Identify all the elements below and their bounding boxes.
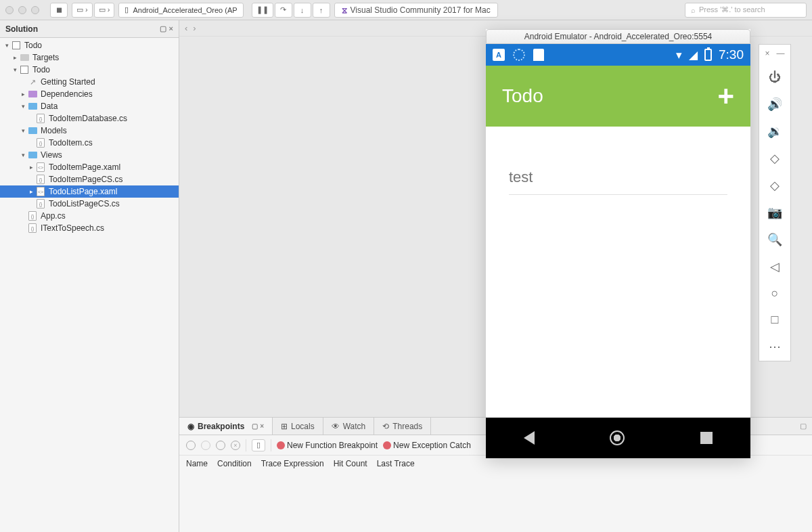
dependencies-icon [28, 91, 37, 97]
tree-label: App.cs [41, 211, 66, 221]
zoom-window-icon[interactable] [31, 6, 39, 14]
volume-up-icon[interactable]: 🔊 [767, 97, 782, 112]
tab-label: Threads [392, 422, 422, 431]
col-trace-expr[interactable]: Trace Expression [261, 459, 324, 468]
bp-disable-icon[interactable] [201, 441, 210, 450]
config-button[interactable]: ▭ › [72, 3, 93, 18]
home-button[interactable] [610, 430, 625, 445]
panel-close-icon[interactable]: × [169, 24, 173, 33]
tree-toggle-icon[interactable]: ▾ [19, 152, 27, 158]
tree-item[interactable]: ▸<>TodoItemPage.xaml [0, 161, 179, 173]
sdcard-icon [533, 49, 544, 61]
col-hit-count[interactable]: Hit Count [334, 459, 367, 468]
tree-root[interactable]: ▾ Todo [0, 39, 179, 51]
wifi-icon: ▾ [676, 48, 682, 62]
emulator-titlebar[interactable]: Android Emulator - Android_Accelerated_O… [486, 29, 750, 44]
add-button[interactable]: + [717, 80, 734, 112]
tree-toggle-icon[interactable]: ▸ [27, 164, 35, 171]
tree-toggle-icon[interactable]: ▸ [19, 91, 27, 97]
tab-threads[interactable]: ⟲ Threads [374, 418, 431, 435]
tree-toggle-icon[interactable]: ▸ [27, 188, 35, 195]
tree-toggle-icon[interactable]: ▸ [11, 54, 19, 61]
panel-expand-icon[interactable]: ▢ [794, 418, 812, 435]
rotate-left-icon[interactable]: ◇ [770, 151, 780, 166]
tree-label: TodoItemPage.xaml [49, 162, 120, 172]
search-icon: ⌕ [691, 6, 696, 14]
tree-item[interactable]: {}TodoItemPageCS.cs [0, 173, 179, 185]
nav-forward-icon[interactable]: › [193, 23, 196, 33]
zoom-icon[interactable]: 🔍 [767, 232, 782, 247]
col-last-trace[interactable]: Last Trace [377, 459, 415, 468]
tree-item[interactable]: {}App.cs [0, 210, 179, 222]
clock-time: 7:30 [719, 47, 744, 62]
panel-dock-icon[interactable]: ▢ [160, 24, 166, 33]
tree-toggle-icon[interactable]: ▾ [11, 66, 19, 73]
list-item[interactable]: test [509, 160, 727, 195]
pause-button[interactable]: ❚❚ [252, 3, 273, 18]
tree-item[interactable]: ↗Getting Started [0, 76, 179, 88]
step-out-button[interactable]: ↑ [313, 3, 330, 18]
nav-back-icon[interactable]: ‹ [185, 23, 187, 33]
new-function-breakpoint-button[interactable]: New Function Breakpoint [277, 441, 378, 450]
emu-overview-icon[interactable]: □ [771, 313, 779, 327]
stop-button[interactable]: ◼ [50, 3, 68, 18]
tree-item[interactable]: {}TodoItemDatabase.cs [0, 112, 179, 125]
bp-enable-icon[interactable] [186, 441, 196, 450]
col-condition[interactable]: Condition [217, 459, 252, 468]
tree-item[interactable]: ▾Data [0, 100, 179, 112]
step-into-button[interactable]: ↓ [294, 3, 311, 18]
tab-dock-icon[interactable]: ▢ × [252, 422, 264, 430]
camera-icon[interactable]: 📷 [767, 205, 782, 220]
search-input[interactable]: ⌕ Press '⌘.' to search [685, 3, 807, 18]
folder-icon [28, 152, 37, 158]
emu-back-icon[interactable]: ◁ [770, 259, 780, 274]
csharp-file-icon: {} [28, 223, 37, 233]
minimize-window-icon[interactable] [18, 6, 26, 14]
tree-item[interactable]: ▾Views [0, 149, 179, 161]
bp-toggle-icon[interactable] [216, 441, 225, 450]
vs-logo-icon: ⧖ [342, 5, 347, 15]
more-icon[interactable]: ⋯ [769, 339, 781, 354]
tree-label: Getting Started [41, 77, 95, 87]
tab-locals[interactable]: ⊞ Locals [273, 418, 323, 435]
tree-item[interactable]: ▸<>TodoListPage.xaml [0, 185, 179, 198]
app-body: test [486, 127, 750, 418]
tree-item[interactable]: {}ITextToSpeech.cs [0, 222, 179, 234]
bp-delete-icon[interactable]: × [231, 441, 240, 450]
emu-minimize-icon[interactable]: — [777, 49, 785, 58]
new-exception-catchpoint-button[interactable]: New Exception Catch [383, 441, 471, 450]
tab-breakpoints[interactable]: ◉ Breakpoints ▢ × [179, 418, 273, 435]
platform-button[interactable]: ▭ › [94, 3, 115, 18]
tree-item[interactable]: ▸Targets [0, 51, 179, 64]
panel-title: Solution [5, 24, 38, 34]
rotate-right-icon[interactable]: ◇ [770, 178, 780, 193]
csharp-file-icon: {} [37, 175, 45, 184]
tree-toggle-icon[interactable]: ▾ [19, 127, 27, 134]
tree-toggle-icon[interactable]: ▾ [3, 42, 11, 49]
tree-item[interactable]: ▸Dependencies [0, 88, 179, 100]
back-button[interactable] [524, 431, 535, 445]
tab-watch[interactable]: 👁 Watch [323, 418, 375, 435]
recents-button[interactable] [700, 432, 713, 444]
solution-tree: ▾ Todo ▸Targets▾Todo↗Getting Started▸Dep… [0, 38, 179, 532]
power-icon[interactable]: ⏻ [769, 70, 781, 85]
col-name[interactable]: Name [186, 459, 208, 468]
tree-item[interactable]: {}TodoListPageCS.cs [0, 198, 179, 210]
close-window-icon[interactable] [5, 6, 14, 14]
tree-item[interactable]: ▾Todo [0, 64, 179, 76]
getting-started-icon: ↗ [30, 78, 36, 87]
tree-item[interactable]: ▾Models [0, 125, 179, 137]
emu-home-icon[interactable]: ○ [771, 286, 779, 301]
tree-label: TodoItemDatabase.cs [49, 114, 127, 123]
locals-icon: ⊞ [281, 422, 288, 431]
emu-close-icon[interactable]: × [765, 49, 769, 58]
bp-goto-icon[interactable]: ▯ [252, 439, 265, 451]
device-icon: ▯ [125, 5, 129, 14]
folder-icon [28, 127, 37, 134]
csharp-file-icon: {} [37, 138, 45, 148]
tree-toggle-icon[interactable]: ▾ [19, 103, 27, 110]
step-over-button[interactable]: ↷ [275, 3, 292, 18]
tree-item[interactable]: {}TodoItem.cs [0, 137, 179, 149]
device-dropdown[interactable]: ▯ Android_Accelerated_Oreo (AP [118, 3, 243, 18]
volume-down-icon[interactable]: 🔉 [767, 124, 782, 139]
